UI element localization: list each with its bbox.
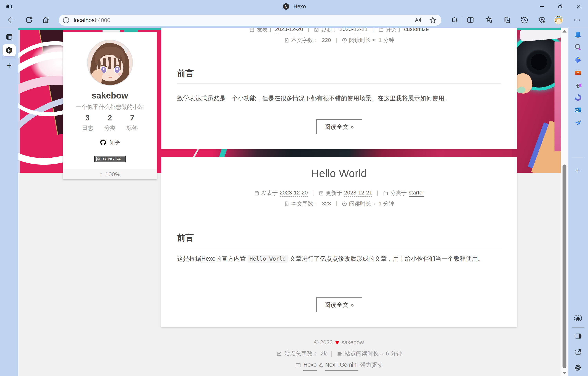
next-theme-link[interactable]: NexT.Gemini [325, 359, 358, 371]
sidebar-settings-gear-icon[interactable] [573, 363, 583, 372]
section-heading: 前言 [177, 232, 501, 248]
site-bio: 一个似乎什么都想做的小站 [63, 103, 157, 111]
microsoft-365-icon[interactable] [573, 93, 583, 102]
meta-published: 发表于 2023-12-20 [254, 189, 308, 197]
meta-readtime: 阅读时长 ≈ 1 分钟 [342, 36, 394, 44]
back-to-top[interactable]: ↑ 100% [63, 169, 157, 179]
browser-toolbar: localhost :4000 [0, 13, 588, 27]
post-card-hello-world: Hello World 发表于 2023-12-20 | 更新于 2023-12… [161, 157, 517, 327]
drop-paper-plane-icon[interactable] [573, 118, 583, 127]
address-bar[interactable]: localhost :4000 [59, 15, 441, 26]
cc-license-badge[interactable]: CC BY-NC-SA [94, 156, 126, 162]
category-link[interactable]: customize [404, 28, 429, 33]
cc-icon: CC [96, 157, 100, 161]
refresh-icon[interactable] [23, 14, 34, 25]
updated-date-link[interactable]: 2023-12-21 [344, 189, 372, 197]
footer-copyright-row: © 2023 ♥ sakebow [161, 337, 517, 348]
home-icon[interactable] [40, 14, 51, 25]
up-arrow-icon: ↑ [100, 171, 103, 178]
word-file-icon [284, 201, 289, 206]
scroll-up-arrow[interactable] [562, 30, 567, 32]
outlook-icon[interactable] [573, 105, 583, 115]
profile-avatar[interactable] [553, 14, 564, 25]
sidebar-search-icon[interactable] [573, 43, 583, 52]
back-icon[interactable] [6, 14, 17, 25]
meta-wordcount: 本文字数： 220 [284, 36, 331, 44]
sidebar-add-icon[interactable]: + [573, 166, 583, 176]
notifications-bell-icon[interactable] [573, 30, 583, 40]
scroll-down-arrow[interactable] [562, 372, 567, 374]
profile-card: sakebow 一个似乎什么都想做的小站 3 日志 2 分类 7 标签 知乎 [63, 32, 157, 179]
read-more-button[interactable]: 阅读全文 » [316, 119, 362, 134]
word-file-icon [284, 38, 289, 43]
post-meta-line2: 本文字数： 323 | 阅读时长 ≈ 1 分钟 [161, 200, 517, 207]
chart-icon [276, 351, 282, 356]
sidebar-panel-icon[interactable] [573, 331, 583, 341]
meta-category: 分类于 starter [383, 189, 424, 197]
games-icon[interactable] [573, 80, 583, 90]
post-title[interactable]: Hello World [161, 167, 517, 180]
minimize-button[interactable] [533, 0, 551, 13]
favorite-star-icon[interactable] [429, 16, 437, 24]
open-external-icon[interactable] [573, 347, 583, 357]
close-button[interactable] [570, 0, 588, 13]
stat-posts[interactable]: 3 日志 [82, 114, 93, 132]
favorites-list-icon[interactable] [484, 14, 495, 25]
browser-essentials-icon[interactable] [536, 14, 547, 25]
hexo-footer-link[interactable]: Hexo [303, 359, 317, 371]
cc-license-label: BY-NC-SA [102, 157, 121, 161]
workspaces-icon[interactable] [5, 3, 13, 10]
meta-category: 分类于 customize [378, 28, 429, 33]
clock-icon [342, 38, 347, 43]
shopping-tag-icon[interactable] [573, 55, 583, 65]
history-icon[interactable] [519, 14, 530, 25]
footer-powered-row: 由 Hexo & NexT.Gemini 强力驱动 [161, 359, 517, 371]
site-stats: 3 日志 2 分类 7 标签 [63, 114, 157, 132]
browser-titlebar: N Hexo [0, 0, 588, 13]
tab-title: Hexo [293, 3, 306, 10]
active-vertical-tab[interactable]: N [3, 44, 16, 56]
toolbar-divider [462, 17, 462, 23]
stat-categories[interactable]: 2 分类 [104, 114, 116, 132]
active-tab[interactable]: N Hexo [282, 0, 306, 13]
updated-date-link[interactable]: 2023-12-21 [340, 28, 367, 33]
screenshot-icon[interactable] [573, 313, 583, 323]
tools-toolbox-icon[interactable] [573, 68, 583, 77]
published-date-link[interactable]: 2023-12-20 [280, 189, 308, 197]
site-avatar[interactable] [87, 40, 133, 86]
read-more-button[interactable]: 阅读全文 » [316, 297, 362, 312]
category-link[interactable]: starter [409, 189, 424, 197]
post-meta-line1: 发表于 2023-12-20 | 更新于 2023-12-21 | 分类于 st… [161, 189, 517, 197]
site-info-icon[interactable] [62, 16, 70, 24]
settings-menu-icon[interactable] [572, 14, 583, 25]
site-footer: © 2023 ♥ sakebow 站点总字数： 2k | 站点阅读时长 ≈ 6 … [161, 337, 517, 371]
new-tab-button[interactable]: + [7, 62, 12, 69]
clock-icon [342, 201, 347, 206]
social-link-row[interactable]: 知乎 [63, 139, 157, 146]
post-meta-line1: 发表于 2023-12-20 | 更新于 2023-12-21 | 分类于 cu… [161, 28, 517, 33]
split-screen-icon[interactable] [465, 14, 476, 25]
tab-strip-divider [3, 58, 15, 58]
post-excerpt: 数学表达式虽然是一个小功能，但是在很多情况下都有很不错的使用场景。在这里我将展示… [177, 91, 501, 105]
post-card-customize: 发表于 2023-12-20 | 更新于 2023-12-21 | 分类于 cu… [161, 28, 517, 149]
meta-updated: 更新于 2023-12-21 [319, 189, 372, 197]
extensions-icon[interactable] [448, 14, 459, 25]
site-author-name: sakebow [63, 91, 157, 100]
collections-icon[interactable] [502, 14, 513, 25]
scrollbar-thumb[interactable] [563, 165, 567, 368]
page-viewport: sakebow 一个似乎什么都想做的小站 3 日志 2 分类 7 标签 知乎 [18, 28, 561, 376]
calendar-icon [249, 28, 255, 32]
tab-activity-icon[interactable] [5, 33, 13, 41]
hexo-link[interactable]: Hexo [201, 255, 215, 262]
social-link-label[interactable]: 知乎 [110, 139, 120, 146]
section-heading: 前言 [177, 68, 501, 84]
address-port: :4000 [96, 17, 110, 23]
page-scrollbar[interactable] [561, 28, 568, 376]
stat-tags[interactable]: 7 标签 [127, 114, 138, 132]
scroll-percentage: 100% [105, 171, 120, 178]
vertical-tab-strip: N + [0, 28, 18, 376]
read-aloud-icon[interactable] [414, 16, 422, 24]
restore-button[interactable] [551, 0, 570, 13]
sidebar-divider [572, 327, 585, 328]
published-date-link[interactable]: 2023-12-20 [275, 28, 303, 33]
